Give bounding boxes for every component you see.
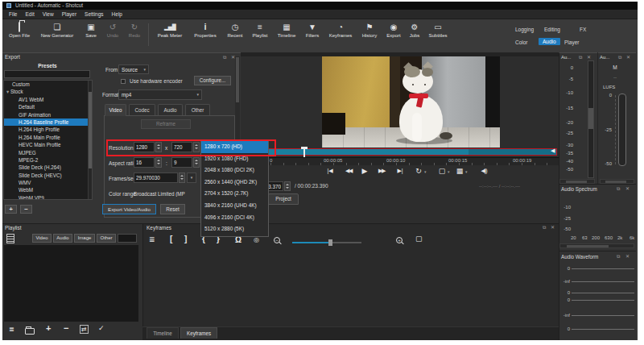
float-icon[interactable]: ⧉: [617, 254, 620, 259]
playlist-add-icon[interactable]: +: [46, 323, 51, 333]
playlist-empty-area[interactable]: [4, 245, 138, 322]
grid-button[interactable]: ▦: [455, 165, 464, 177]
preset-item[interactable]: Slide Deck (HEVC): [4, 172, 92, 179]
float-icon[interactable]: ⧉: [543, 225, 546, 230]
preset-item[interactable]: MJPEG: [4, 149, 92, 156]
tab-audio[interactable]: Audio: [158, 104, 183, 115]
skip-end-button[interactable]: ▶|: [394, 165, 407, 177]
reframe-button[interactable]: Reframe: [141, 119, 191, 129]
volume-button[interactable]: ◀)): [476, 165, 492, 177]
resolution-option[interactable]: 4096 x 2160 (DCI 4K): [201, 212, 268, 224]
zoom-in-icon[interactable]: +: [396, 237, 402, 243]
from-dropdown[interactable]: Source▾: [118, 64, 149, 74]
playlist-search-input[interactable]: [118, 234, 137, 243]
resolution-width-field[interactable]: [134, 142, 155, 152]
presets-search-input[interactable]: [4, 70, 90, 78]
aspect-a-stepper[interactable]: [155, 157, 162, 168]
resolution-option[interactable]: 1920 x 1080 (FHD): [201, 153, 268, 165]
playlist-remove-icon[interactable]: −: [64, 323, 68, 333]
preset-remove-button[interactable]: −: [20, 205, 32, 214]
fps-field[interactable]: [134, 172, 178, 183]
filter-image-button[interactable]: Image: [74, 234, 95, 243]
tab-codec[interactable]: Codec: [129, 104, 155, 115]
tab-timeline[interactable]: Timeline: [147, 327, 179, 339]
preset-item[interactable]: MPEG-2: [4, 156, 92, 164]
aspect-a-field[interactable]: [134, 157, 155, 168]
resolution-height-stepper[interactable]: [193, 142, 200, 152]
tab-project[interactable]: Project: [268, 193, 299, 205]
fps-dropdown[interactable]: ▾: [187, 172, 196, 183]
presets-scrollbar[interactable]: [88, 81, 92, 199]
playlist-open-icon[interactable]: [25, 326, 35, 335]
resolution-height-field[interactable]: [171, 142, 192, 152]
menu-edit[interactable]: Edit: [21, 10, 38, 19]
subtitles-button[interactable]: ▭Subtitles: [425, 22, 451, 38]
out-point-marker[interactable]: ◀: [551, 148, 555, 154]
resolution-option[interactable]: 3840 x 2160 (UHD 4K): [201, 200, 268, 212]
new-generator-button[interactable]: ❏New Generator: [35, 22, 79, 38]
fast-forward-button[interactable]: ▶▶: [374, 165, 389, 177]
resolution-option[interactable]: 2704 x 1520 (2.7K): [201, 188, 268, 200]
set-filter-start-icon[interactable]: [: [170, 235, 172, 243]
workspace-audio[interactable]: Audio: [539, 38, 560, 45]
fps-stepper[interactable]: [179, 172, 185, 183]
preset-item[interactable]: Default: [4, 103, 92, 110]
aspect-b-stepper[interactable]: [193, 157, 200, 168]
keyframes-menu-icon[interactable]: ≣: [149, 235, 155, 243]
float-icon[interactable]: ⧉: [617, 186, 620, 191]
close-icon[interactable]: ✕: [625, 186, 630, 191]
loop-button[interactable]: ↻: [414, 165, 423, 177]
preset-item[interactable]: H.264 Main Profile: [4, 134, 92, 141]
color-range-dropdown[interactable]: Broadcast Limited (MP: [134, 191, 200, 197]
preset-item[interactable]: H.264 High Profile: [4, 126, 92, 133]
resolution-option[interactable]: 2560 x 1440 (QHD 2K): [201, 177, 268, 189]
filter-video-button[interactable]: Video: [32, 234, 52, 243]
workspace-logging[interactable]: Logging: [515, 27, 534, 32]
preset-item[interactable]: GIF Animation: [4, 111, 92, 118]
preset-item[interactable]: WebM: [4, 186, 92, 193]
undo-button[interactable]: ↺Undo: [103, 22, 122, 38]
zoom-slider-handle[interactable]: [328, 239, 332, 246]
close-icon[interactable]: ✕: [626, 55, 630, 60]
play-button[interactable]: ▶: [360, 165, 369, 177]
playlist-menu-icon[interactable]: ≣: [9, 326, 14, 333]
rewind-button[interactable]: ◀◀: [341, 165, 356, 177]
filter-audio-button[interactable]: Audio: [53, 234, 72, 243]
preset-item-selected[interactable]: H.264 Baseline Profile: [4, 118, 92, 126]
workspace-editing[interactable]: Editing: [544, 27, 560, 32]
resolution-width-stepper[interactable]: [155, 142, 162, 152]
preset-add-button[interactable]: +: [5, 205, 17, 214]
filters-button[interactable]: ▼Filters: [302, 22, 323, 38]
redo-button[interactable]: ↻Redo: [125, 22, 144, 38]
resolution-option[interactable]: 2048 x 1080 (DCI 2K): [201, 164, 268, 177]
workspace-color[interactable]: Color: [515, 39, 528, 45]
jobs-button[interactable]: ⚙Jobs: [407, 22, 423, 38]
workspace-fx[interactable]: FX: [580, 27, 586, 32]
workspace-player[interactable]: Player: [564, 39, 579, 45]
grid-menu-caret[interactable]: ▾: [465, 169, 468, 174]
resolution-option-selected[interactable]: 1280 x 720 (HD): [201, 141, 268, 153]
presets-list[interactable]: Custom ▾ Stock AV1 WebM Default GIF Anim…: [3, 80, 93, 200]
preset-item[interactable]: WMV: [4, 179, 92, 186]
preset-item[interactable]: Custom: [4, 81, 92, 88]
skip-start-button[interactable]: |◀: [324, 165, 336, 177]
playlist-update-icon[interactable]: ⇄: [80, 325, 89, 334]
timeline-button[interactable]: ▦Timeline: [274, 22, 299, 38]
tab-video[interactable]: Video: [105, 104, 126, 116]
loop-menu-caret[interactable]: ▾: [424, 169, 427, 174]
close-icon[interactable]: ✕: [625, 254, 630, 259]
scrub-while-dragging-icon[interactable]: ◎: [254, 236, 259, 243]
reset-button[interactable]: Reset: [160, 204, 185, 214]
float-icon[interactable]: ⧉: [579, 55, 582, 60]
properties-button[interactable]: iProperties: [189, 22, 221, 38]
zoom-fit-icon[interactable]: ▢: [415, 235, 423, 243]
recent-button[interactable]: ◷Recent: [224, 22, 246, 38]
preset-item[interactable]: HEVC Main Profile: [4, 141, 92, 148]
set-filter-end-icon[interactable]: ]: [184, 235, 187, 243]
spectrum-scrollbar[interactable]: [559, 243, 634, 248]
hw-encoder-checkbox[interactable]: [121, 79, 126, 84]
menu-view[interactable]: View: [39, 10, 58, 19]
history-button[interactable]: ⚑History: [358, 22, 381, 38]
preset-item[interactable]: AV1 WebM: [4, 96, 92, 103]
peak-meter-button[interactable]: ▂▅█Peak Meter: [153, 22, 187, 38]
